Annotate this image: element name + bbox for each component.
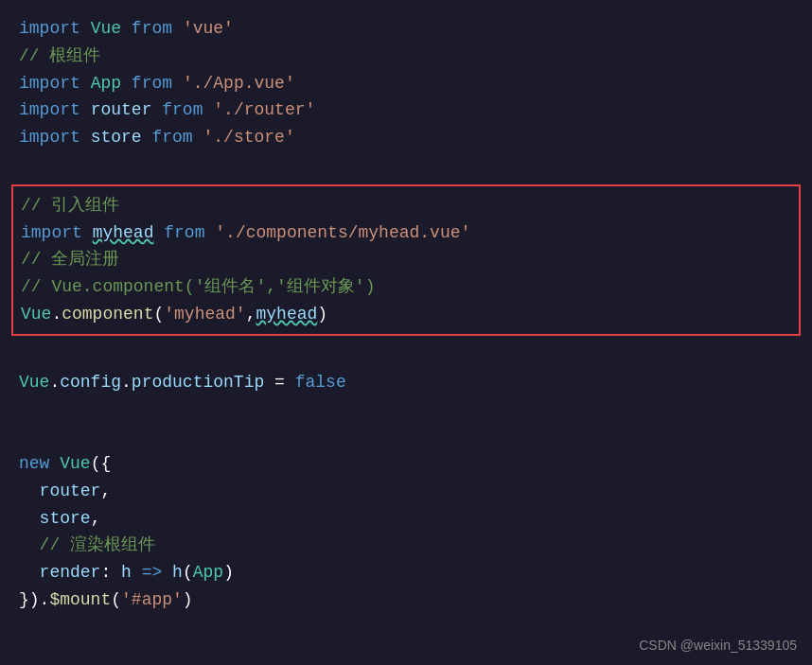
punct-close-paren3: ): [183, 586, 193, 614]
code-line-comment-root: // 根组件: [19, 43, 793, 70]
punct-assign: =: [274, 369, 285, 396]
punct-comma2: ,: [100, 478, 111, 505]
comment-vue-component-example: // Vue.component('组件名','组件对象'): [21, 273, 375, 301]
punct-close-brace: }).: [19, 586, 49, 614]
prop-render: render: [40, 559, 101, 586]
identifier-app-render: App: [193, 559, 223, 586]
identifier-router: router: [91, 96, 152, 124]
punct-open-paren3: (: [111, 586, 121, 614]
string-app-selector: '#app': [121, 586, 183, 614]
code-line-comment-render: // 渲染根组件: [19, 532, 793, 559]
keyword-from: from: [132, 70, 172, 97]
comment-import-component: // 引入组件: [21, 192, 119, 219]
identifier-vue-config: Vue: [19, 369, 49, 396]
keyword-false: false: [295, 369, 346, 396]
code-line-empty4: [19, 423, 793, 450]
comment-root-component: // 根组件: [19, 43, 100, 70]
code-line-store: import store from './store': [19, 124, 793, 151]
punct-close-paren: ): [317, 301, 327, 328]
code-line-render: render : h => h ( App ): [19, 559, 793, 586]
keyword-import: import: [19, 70, 80, 97]
code-line-comment-import: // 引入组件: [21, 192, 791, 219]
code-line-mount: }). $mount ( '#app' ): [19, 586, 793, 614]
code-line-router: import router from './router': [19, 96, 793, 124]
identifier-store: store: [91, 124, 142, 151]
code-line-empty2: [19, 341, 793, 369]
code-line-vue-component-call: Vue . component ( 'myhead' , myhead ): [21, 301, 791, 328]
string-store-path: './store': [203, 124, 294, 151]
string-myhead-path: './components/myhead.vue': [215, 219, 470, 247]
keyword-from: from: [132, 15, 172, 43]
string-myhead-name: 'myhead': [164, 301, 245, 328]
identifier-myhead: myhead: [93, 219, 154, 247]
punct-open-paren2: (: [183, 559, 193, 586]
punct-dot2: .: [49, 369, 60, 396]
keyword-from: from: [164, 219, 204, 247]
identifier-vue-global: Vue: [21, 301, 51, 328]
code-line-comment-global: // 全局注册: [21, 246, 791, 273]
comment-global-register: // 全局注册: [21, 246, 119, 273]
code-line-myhead-import: import myhead from './components/myhead.…: [21, 219, 791, 247]
watermark: CSDN @weixin_51339105: [639, 635, 797, 656]
method-mount: $mount: [49, 586, 111, 614]
prop-store: store: [40, 505, 91, 533]
identifier-myhead-ref: myhead: [256, 301, 317, 328]
comment-render-root: // 渲染根组件: [40, 532, 155, 559]
arrow-operator: =>: [142, 559, 163, 586]
keyword-from: from: [151, 124, 192, 151]
keyword-import: import: [21, 219, 82, 247]
code-line-empty3: [19, 395, 793, 423]
prop-config: config: [60, 369, 121, 396]
param-h: h: [121, 559, 132, 586]
punct-dot3: .: [121, 369, 132, 396]
punct-comma3: ,: [91, 505, 101, 533]
punct-comma: ,: [246, 301, 256, 328]
keyword-import: import: [19, 96, 80, 124]
punct-dot: .: [51, 301, 62, 328]
prop-router: router: [40, 478, 101, 505]
code-line-app: import App from './App.vue': [19, 70, 793, 97]
punct-colon: :: [100, 559, 111, 586]
code-line-new-vue: new Vue ({: [19, 450, 793, 478]
code-line-empty: [19, 151, 793, 179]
keyword-new: new: [19, 450, 49, 478]
call-h: h: [172, 559, 183, 586]
code-line-production-tip: Vue . config . productionTip = false: [19, 369, 793, 396]
keyword-import: import: [19, 15, 80, 43]
punct-open-brace: ({: [91, 450, 112, 478]
punct-open-paren: (: [153, 301, 164, 328]
method-component: component: [62, 301, 153, 328]
keyword-from: from: [162, 96, 203, 124]
code-line-comment-vue-component: // Vue.component('组件名','组件对象'): [21, 273, 791, 301]
identifier-vue-new: Vue: [60, 450, 90, 478]
identifier-vue: Vue: [91, 15, 121, 43]
identifier-app: App: [91, 70, 121, 97]
punct-close-paren2: ): [223, 559, 234, 586]
keyword-import: import: [19, 124, 80, 151]
code-editor: import Vue from 'vue' // 根组件 import App …: [0, 0, 812, 665]
highlighted-section: // 引入组件 import myhead from './components…: [11, 184, 801, 336]
prop-production-tip: productionTip: [132, 369, 264, 396]
code-line-1: import Vue from 'vue': [19, 15, 793, 43]
string-vue: 'vue': [183, 15, 234, 43]
code-line-store-prop: store ,: [19, 505, 793, 533]
code-line-router-prop: router ,: [19, 478, 793, 505]
string-app-path: './App.vue': [183, 70, 295, 97]
string-router-path: './router': [213, 96, 315, 124]
